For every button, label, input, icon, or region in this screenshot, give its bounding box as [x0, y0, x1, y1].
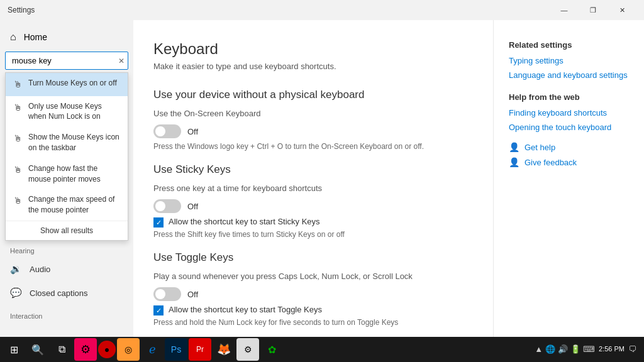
togglekeys-checkbox[interactable]: ✓	[153, 305, 164, 315]
sidebar-home-label: Home	[24, 32, 47, 42]
togglekeys-checkbox-label: Allow the shortcut key to start Toggle K…	[169, 305, 322, 314]
osk-toggle-container: Off	[153, 124, 463, 138]
togglekeys-toggle[interactable]	[153, 287, 181, 301]
taskbar-app-settings[interactable]: ⚙	[74, 338, 97, 361]
give-feedback-link[interactable]: Give feedback	[525, 158, 577, 167]
title-bar: Settings — ❐ ✕	[0, 0, 644, 20]
taskbar-app-firefox[interactable]: 🦊	[213, 338, 235, 361]
sticky-toggle-container: Off	[153, 199, 463, 213]
dropdown-item-text-3: Change how fast the mouse pointer moves	[28, 163, 120, 185]
mouse-icon-3: 🖱	[13, 164, 22, 177]
taskbar-app-edge[interactable]: ℯ	[141, 338, 164, 361]
notification-icon[interactable]: 🗨	[628, 344, 636, 354]
togglekeys-checkbox-container: ✓ Allow the shortcut key to start Toggle…	[153, 305, 463, 315]
minimize-button[interactable]: —	[550, 0, 579, 20]
sidebar-item-audio[interactable]: 🔉 Audio	[0, 257, 133, 281]
dropdown-item-2[interactable]: 🖱 Show the Mouse Keys icon on the taskba…	[6, 127, 128, 158]
hearing-section-label: Hearing	[0, 239, 133, 257]
help-title: Help from the web	[509, 92, 629, 102]
search-button[interactable]: 🔍	[26, 338, 49, 361]
sidebar-item-captions-label: Closed captions	[30, 288, 88, 298]
taskbar-app-chrome[interactable]: ◎	[117, 338, 140, 361]
give-feedback-icon: 👤	[509, 157, 519, 167]
page-subtitle: Make it easier to type and use keyboard …	[153, 62, 463, 71]
page-title: Keyboard	[153, 40, 463, 58]
sticky-section-title: Use Sticky Keys	[153, 163, 463, 176]
title-bar-title: Settings	[8, 6, 35, 14]
sticky-checkbox-container: ✓ Allow the shortcut key to start Sticky…	[153, 217, 463, 228]
finding-shortcuts-link[interactable]: Finding keyboard shortcuts	[509, 108, 629, 118]
search-dropdown: 🖱 Turn Mouse Keys on or off 🖱 Only use M…	[5, 72, 128, 241]
app-body: ⌂ Home ✕ 🖱 Turn Mouse Keys on or off 🖱 O…	[0, 20, 644, 337]
dropdown-item-0[interactable]: 🖱 Turn Mouse Keys on or off	[6, 73, 128, 96]
taskbar-right: ▲ 🌐 🔊 🔋 ⌨ 2:56 PM 🗨	[535, 344, 641, 354]
give-feedback-item: 👤 Give feedback	[509, 157, 629, 167]
touch-keyboard-link[interactable]: Opening the touch keyboard	[509, 123, 629, 132]
sidebar-item-home[interactable]: ⌂ Home	[0, 25, 133, 49]
title-bar-controls: — ❐ ✕	[550, 0, 636, 20]
right-panel: Related settings Typing settings Languag…	[493, 20, 644, 337]
sticky-hint: Press the Shift key five times to turn S…	[153, 230, 463, 239]
time-display: 2:56 PM	[599, 344, 625, 354]
sticky-toggle[interactable]	[153, 199, 181, 213]
language-settings-link[interactable]: Language and keyboard settings	[509, 70, 629, 80]
search-clear-button[interactable]: ✕	[118, 57, 125, 65]
network-icon[interactable]: 🌐	[545, 344, 555, 354]
sticky-toggle-knob	[155, 201, 165, 211]
get-help-link[interactable]: Get help	[525, 143, 555, 152]
keyboard-icon[interactable]: ⌨	[583, 344, 595, 354]
osk-section-title: Use your device without a physical keybo…	[153, 89, 463, 101]
sticky-checkbox[interactable]: ✓	[153, 217, 164, 228]
mouse-icon-0: 🖱	[13, 79, 22, 91]
dropdown-item-text-4: Change the max speed of the mouse pointe…	[28, 194, 120, 216]
audio-icon: 🔉	[10, 263, 22, 275]
taskbar-app-red2[interactable]: Pr	[189, 338, 211, 361]
help-section: Help from the web Finding keyboard short…	[509, 92, 629, 132]
interaction-section-label: Interaction	[0, 305, 133, 322]
mouse-icon-1: 🖱	[13, 102, 22, 114]
close-button[interactable]: ✕	[608, 0, 636, 20]
togglekeys-hint: Press and hold the Num Lock key for five…	[153, 318, 463, 327]
taskbar-left: ⊞ 🔍 ⧉ ⚙ ● ◎ ℯ Ps Pr 🦊 ⚙ ✿	[3, 338, 283, 361]
get-help-icon: 👤	[509, 142, 519, 152]
volume-icon[interactable]: 🔊	[558, 344, 568, 354]
restore-button[interactable]: ❐	[579, 0, 608, 20]
show-all-results-button[interactable]: Show all results	[6, 221, 128, 240]
captions-icon: 💬	[10, 287, 22, 299]
get-help-item: 👤 Get help	[509, 142, 629, 152]
taskbar-time: 2:56 PM	[599, 344, 625, 354]
dropdown-item-text-0: Turn Mouse Keys on or off	[28, 78, 120, 89]
taskbar-app-ps[interactable]: Ps	[165, 338, 187, 361]
dropdown-item-1[interactable]: 🖱 Only use Mouse Keys when Num Lock is o…	[6, 96, 128, 128]
sidebar-item-audio-label: Audio	[30, 265, 50, 274]
taskbar-app-gear[interactable]: ⚙	[236, 338, 259, 361]
arrow-up-icon[interactable]: ▲	[535, 344, 543, 354]
togglekeys-toggle-label: Off	[187, 290, 198, 299]
sticky-description: Press one key at a time for keyboard sho…	[153, 184, 463, 193]
system-icons: ▲ 🌐 🔊 🔋 ⌨	[535, 344, 595, 354]
sidebar-item-captions[interactable]: 💬 Closed captions	[0, 281, 133, 305]
osk-toggle-label: Off	[187, 127, 198, 136]
typing-settings-link[interactable]: Typing settings	[509, 56, 629, 65]
taskbar-app-extra[interactable]: ✿	[260, 338, 283, 361]
taskbar-app-red[interactable]: ●	[98, 341, 116, 358]
task-view-button[interactable]: ⧉	[50, 338, 73, 361]
osk-hint: Press the Windows logo key + Ctrl + O to…	[153, 142, 463, 151]
dropdown-item-4[interactable]: 🖱 Change the max speed of the mouse poin…	[6, 189, 128, 221]
toggle-description: Play a sound whenever you press Caps Loc…	[153, 272, 463, 281]
mouse-icon-4: 🖱	[13, 195, 22, 207]
battery-icon[interactable]: 🔋	[570, 344, 580, 354]
dropdown-item-3[interactable]: 🖱 Change how fast the mouse pointer move…	[6, 158, 128, 190]
osk-label: Use the On-Screen Keyboard	[153, 109, 463, 118]
osk-toggle[interactable]	[153, 124, 181, 138]
related-title: Related settings	[509, 40, 629, 50]
start-button[interactable]: ⊞	[3, 338, 25, 361]
search-input[interactable]	[5, 52, 128, 70]
sidebar: ⌂ Home ✕ 🖱 Turn Mouse Keys on or off 🖱 O…	[0, 20, 133, 337]
sticky-toggle-label: Off	[187, 202, 198, 211]
togglekeys-checkbox-check: ✓	[156, 307, 162, 315]
sticky-checkbox-label: Allow the shortcut key to start Sticky K…	[169, 217, 320, 226]
togglekeys-toggle-container: Off	[153, 287, 463, 301]
dropdown-item-text-1: Only use Mouse Keys when Num Lock is on	[28, 101, 120, 123]
osk-toggle-knob	[155, 126, 165, 136]
